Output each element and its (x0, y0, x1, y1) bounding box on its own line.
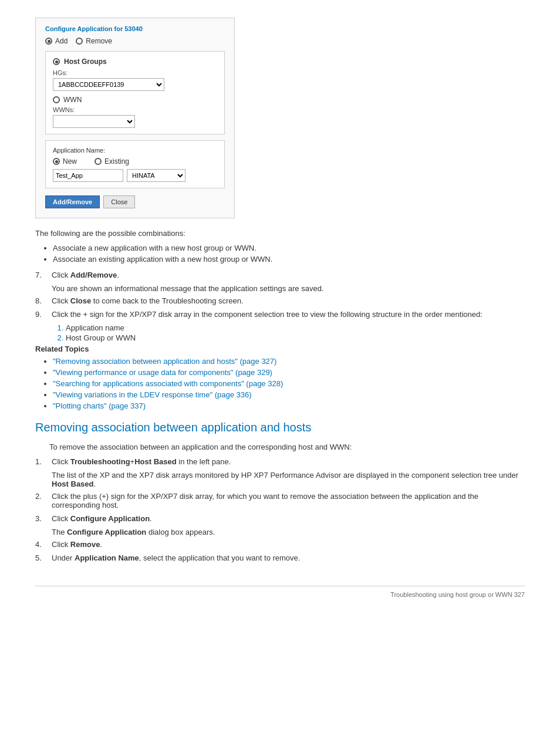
section-heading: Removing association between application… (35, 421, 525, 434)
app-name-section: Application Name: New Existing HINATA (45, 140, 225, 188)
related-link-1: "Removing association between applicatio… (53, 357, 525, 366)
existing-radio[interactable]: Existing (95, 157, 129, 166)
dialog-title: Configure Application for 53040 (45, 25, 225, 32)
step-7: 7. Click Add/Remove. (35, 271, 525, 279)
step-9-sublist: Application name Host Group or WWN (66, 323, 525, 342)
following-text: The following are the possible combinati… (35, 229, 525, 238)
step-8: 8. Click Close to come back to the Troub… (35, 296, 525, 305)
close-button[interactable]: Close (103, 195, 135, 208)
section-step-3: 3. Click Configure Application. (35, 514, 525, 523)
host-groups-header: Host Groups (53, 58, 217, 66)
combination-bullets: Associate a new application with a new h… (53, 244, 525, 264)
add-radio[interactable]: Add (45, 37, 68, 45)
app-name-select[interactable]: HINATA (127, 169, 185, 182)
section-step-4: 4. Click Remove. (35, 540, 525, 549)
sub-list-item-1: Application name (66, 323, 525, 332)
dialog-buttons: Add/Remove Close (45, 195, 225, 208)
related-topics-heading: Related Topics (35, 345, 525, 353)
related-link-3: "Searching for applications associated w… (53, 379, 525, 388)
wwn-radio-dot (53, 96, 60, 103)
bullet-1: Associate a new application with a new h… (53, 244, 525, 252)
wwns-select[interactable] (53, 115, 135, 128)
bullet-2: Associate an existing application with a… (53, 255, 525, 264)
remove-radio[interactable]: Remove (76, 37, 112, 45)
step-7-note: You are shown an informational message t… (52, 284, 525, 293)
section-step-2: 2. Click the plus (+) sign for the XP/XP… (35, 492, 525, 509)
host-groups-radio-dot (53, 58, 60, 65)
section-step-1-note: The list of the XP and the XP7 disk arra… (52, 471, 525, 488)
existing-radio-dot (95, 158, 102, 165)
page-footer: Troubleshooting using host group or WWN … (35, 586, 525, 598)
add-remove-button[interactable]: Add/Remove (45, 195, 100, 208)
section-step-1: 1. Click Troubleshooting+Host Based in t… (35, 457, 525, 466)
wwn-radio[interactable]: WWN (53, 96, 217, 104)
host-groups-section: Host Groups HGs: 1ABBCCDDEEFF0139 WWN WW… (45, 51, 225, 134)
app-name-input[interactable] (53, 169, 123, 182)
related-link-5: "Plotting charts" (page 337) (53, 401, 525, 410)
hgs-select[interactable]: 1ABBCCDDEEFF0139 (53, 78, 164, 91)
configure-dialog: Configure Application for 53040 Add Remo… (35, 18, 235, 218)
section-step-5: 5. Under Application Name, select the ap… (35, 553, 525, 562)
wwns-label: WWNs: (53, 106, 217, 113)
related-links: "Removing association between applicatio… (53, 357, 525, 410)
related-link-4: "Viewing variations in the LDEV response… (53, 390, 525, 399)
section-intro: To remove the association between an app… (49, 443, 525, 451)
related-link-2: "Viewing performance or usage data for c… (53, 368, 525, 377)
new-radio[interactable]: New (53, 157, 77, 166)
add-radio-dot (45, 38, 52, 45)
new-radio-dot (53, 158, 60, 165)
section-step-3-note: The Configure Application dialog box app… (52, 528, 525, 536)
step-9: 9. Click the + sign for the XP/XP7 disk … (35, 310, 525, 319)
sub-list-item-2: Host Group or WWN (66, 333, 525, 342)
hgs-label: HGs: (53, 69, 217, 76)
remove-radio-dot (76, 38, 83, 45)
app-name-label: Application Name: (53, 147, 217, 154)
